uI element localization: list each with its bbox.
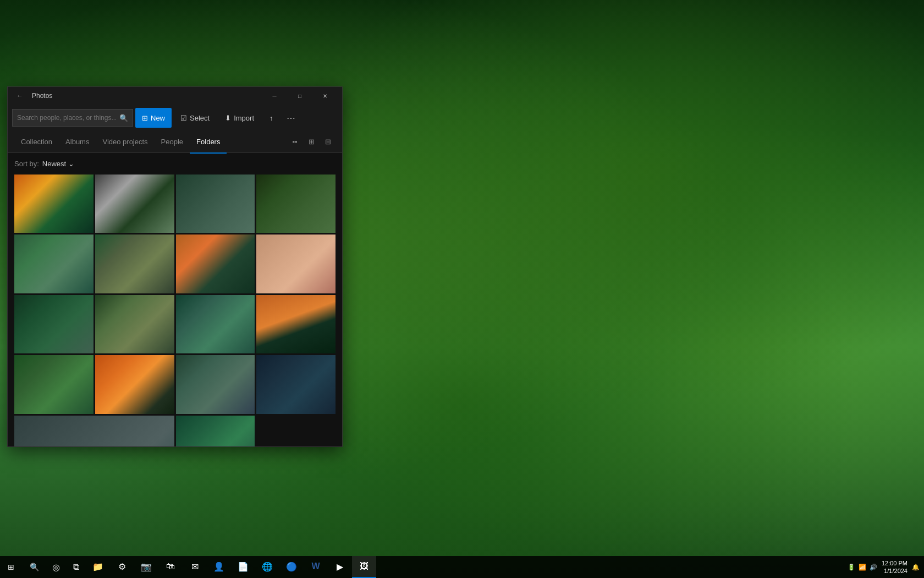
photo-item[interactable] — [176, 355, 255, 413]
new-label: New — [151, 114, 165, 122]
mail-icon: ✉ — [191, 561, 199, 572]
window-controls: ─ □ ✕ — [262, 87, 338, 105]
sort-value: Newest — [42, 160, 66, 168]
more-button[interactable]: ⋯ — [282, 109, 300, 127]
taskbar-app-chrome[interactable]: 🔵 — [279, 556, 304, 578]
taskbar: ⊞ 🔍 ◎ ⧉ 📁 ⚙ 📷 🛍 ✉ 👤 📄 🌐 — [0, 556, 924, 578]
view-options: ▪▪ ⊞ ⊟ — [287, 134, 336, 150]
photo-grid — [14, 175, 336, 446]
new-button[interactable]: ⊞ New — [135, 108, 172, 128]
media-icon: ▶ — [337, 561, 343, 572]
taskbar-app-ie[interactable]: 🌐 — [255, 556, 279, 578]
chrome-icon: 🔵 — [286, 561, 297, 572]
photo-item[interactable] — [256, 175, 336, 233]
store-icon: 🛍 — [166, 561, 175, 571]
sort-label: Sort by: — [14, 160, 39, 168]
view-small-button[interactable]: ▪▪ — [287, 134, 302, 150]
photo-item[interactable] — [95, 355, 174, 413]
close-button[interactable]: ✕ — [312, 87, 338, 105]
back-button[interactable]: ← — [12, 88, 28, 103]
import-icon: ⬇ — [225, 114, 231, 122]
settings-icon: ⚙ — [118, 561, 126, 572]
taskbar-system-tray: 🔋 📶 🔊 12:00 PM 1/1/2024 🔔 — [848, 559, 924, 575]
cortana-icon: ◎ — [52, 562, 60, 572]
sort-dropdown[interactable]: Newest ⌄ — [42, 160, 74, 168]
select-icon: ☑ — [180, 114, 187, 122]
new-icon: ⊞ — [142, 114, 148, 122]
taskbar-search-icon: 🔍 — [30, 563, 39, 571]
taskbar-app-notepad[interactable]: 📄 — [231, 556, 255, 578]
tab-video-projects[interactable]: Video projects — [96, 132, 154, 154]
photo-item[interactable] — [176, 295, 255, 353]
notepad-icon: 📄 — [238, 561, 249, 572]
photo-item[interactable] — [14, 175, 94, 233]
start-button[interactable]: ⊞ — [0, 556, 22, 578]
select-label: Select — [190, 114, 210, 122]
tab-collection[interactable]: Collection — [14, 132, 59, 154]
import-label: Import — [234, 114, 254, 122]
taskbar-app-store[interactable]: 🛍 — [158, 556, 183, 578]
photo-item[interactable] — [176, 416, 255, 446]
view-large-button[interactable]: ⊟ — [320, 134, 336, 150]
clock-time: 12:00 PM — [882, 559, 908, 567]
import-button[interactable]: ⬇ Import — [218, 108, 261, 128]
notification-icon[interactable]: 🔔 — [912, 564, 920, 571]
taskbar-app-word[interactable]: W — [304, 556, 328, 578]
content-area: Sort by: Newest ⌄ — [8, 153, 342, 446]
minimize-button[interactable]: ─ — [262, 87, 287, 105]
system-icons: 🔋 📶 🔊 — [848, 564, 877, 571]
taskbar-app-file-explorer[interactable]: 📁 — [86, 556, 110, 578]
view-medium-button[interactable]: ⊞ — [304, 134, 319, 150]
photo-item[interactable] — [256, 295, 336, 353]
ie-icon: 🌐 — [262, 561, 273, 572]
task-view-icon: ⧉ — [73, 562, 79, 572]
word-icon: W — [311, 561, 320, 571]
tab-people[interactable]: People — [155, 132, 190, 154]
taskbar-app-media[interactable]: ▶ — [328, 556, 352, 578]
window-title: Photos — [32, 92, 52, 100]
camera-icon: 📷 — [141, 561, 152, 572]
taskbar-app-teams[interactable]: 👤 — [207, 556, 231, 578]
photo-item[interactable] — [95, 175, 174, 233]
select-button[interactable]: ☑ Select — [174, 108, 216, 128]
maximize-button[interactable]: □ — [287, 87, 312, 105]
photo-item[interactable] — [14, 416, 174, 446]
search-box[interactable]: 🔍 — [12, 109, 133, 127]
search-input[interactable] — [17, 114, 116, 122]
photo-item[interactable] — [14, 235, 94, 293]
photos-window: ← Photos ─ □ ✕ 🔍 ⊞ New ☑ Select ⬇ Import — [7, 86, 343, 447]
nav-tabs: Collection Albums Video projects People … — [8, 131, 342, 153]
photo-item[interactable] — [256, 355, 336, 413]
taskbar-search-button[interactable]: 🔍 — [24, 556, 44, 578]
title-bar-left: ← Photos — [12, 88, 262, 103]
cortana-button[interactable]: ◎ — [46, 556, 66, 578]
sort-chevron-icon: ⌄ — [68, 160, 74, 168]
battery-icon: 🔋 — [848, 564, 855, 571]
tab-folders[interactable]: Folders — [190, 132, 227, 154]
photo-item[interactable] — [256, 235, 336, 293]
share-icon: ↑ — [270, 114, 273, 122]
photo-item[interactable] — [95, 295, 174, 353]
share-button[interactable]: ↑ — [263, 108, 280, 128]
photo-item[interactable] — [176, 235, 255, 293]
start-icon: ⊞ — [8, 563, 14, 571]
teams-icon: 👤 — [213, 561, 224, 572]
title-bar: ← Photos ─ □ ✕ — [8, 87, 342, 105]
photo-item[interactable] — [14, 295, 94, 353]
taskbar-apps: 📁 ⚙ 📷 🛍 ✉ 👤 📄 🌐 🔵 W ▶ — [86, 556, 848, 578]
network-icon: 📶 — [859, 564, 866, 571]
photo-item[interactable] — [176, 175, 255, 233]
taskbar-app-mail[interactable]: ✉ — [183, 556, 207, 578]
photo-item[interactable] — [14, 355, 94, 413]
taskbar-app-photos-active[interactable]: 🖼 — [352, 556, 376, 578]
tab-albums[interactable]: Albums — [59, 132, 96, 154]
photo-item[interactable] — [95, 235, 174, 293]
taskbar-clock[interactable]: 12:00 PM 1/1/2024 — [882, 559, 908, 575]
search-icon[interactable]: 🔍 — [119, 114, 128, 122]
taskbar-app-settings[interactable]: ⚙ — [110, 556, 134, 578]
taskbar-app-photos-camera[interactable]: 📷 — [134, 556, 158, 578]
clock-date: 1/1/2024 — [882, 567, 908, 575]
task-view-button[interactable]: ⧉ — [66, 556, 86, 578]
back-icon: ← — [16, 92, 23, 100]
file-explorer-icon: 📁 — [92, 561, 103, 572]
